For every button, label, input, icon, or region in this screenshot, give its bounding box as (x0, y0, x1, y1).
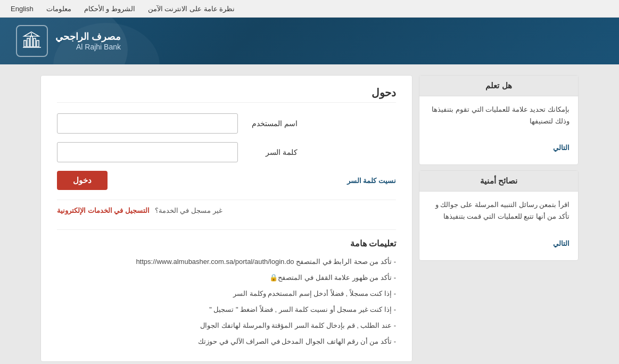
did-you-know-header: هل تعلم (419, 76, 578, 96)
bank-name: مصرف الراجحي Al Rajhi Bank (55, 31, 121, 51)
security-tips-next-link[interactable]: التالي (553, 235, 570, 253)
did-you-know-text: بإمكانك تحديد علامة للعمليات التي تقوم ب… (428, 104, 570, 127)
form-actions: دخول نسيت كلمة السر (57, 171, 396, 190)
username-row: اسم المستخدم (57, 113, 396, 134)
password-row: كلمة السر (57, 142, 396, 162)
bank-icon-box (16, 25, 48, 57)
sidebar: هل تعلم بإمكانك تحديد علامة للعمليات الت… (419, 75, 579, 362)
did-you-know-next-link[interactable]: التالي (553, 139, 570, 157)
nav-terms[interactable]: الشروط و الأحكام (84, 5, 135, 13)
username-input[interactable] (57, 113, 238, 134)
register-row: غير مسجل في الخدمة؟ التسجيل في الخدمات ا… (57, 200, 396, 214)
bank-name-english: Al Rajhi Bank (55, 43, 121, 51)
bank-header: مصرف الراجحي Al Rajhi Bank (0, 18, 619, 64)
svg-rect-1 (27, 38, 29, 47)
instruction-item-2: - إذا كنت مسجلاً , فضلاً أدخل إسم المستخ… (57, 287, 396, 301)
password-label: كلمة السر (244, 148, 298, 156)
instruction-item-5: - تأكد من أن رقم الهاتف الجوال المدخل في… (57, 335, 396, 349)
instruction-item-0: - تأكد من صحة الرابط في المتصفح https://… (57, 255, 396, 269)
bank-name-arabic: مصرف الراجحي (55, 31, 121, 43)
instructions-list: - تأكد من صحة الرابط في المتصفح https://… (57, 255, 396, 349)
svg-rect-4 (37, 40, 39, 47)
login-button[interactable]: دخول (57, 171, 108, 190)
svg-rect-0 (24, 40, 26, 47)
svg-rect-2 (30, 36, 32, 47)
forgot-password-link[interactable]: نسيت كلمة السر (347, 177, 396, 185)
nav-info[interactable]: معلومات (46, 5, 71, 13)
main-panel: دحول اسم المستخدم كلمة السر دخول نسيت كل… (40, 75, 412, 362)
not-registered-label: غير مسجل في الخدمة؟ (155, 206, 222, 214)
instructions-section: تعليمات هامة - تأكد من صحة الرابط في الم… (57, 229, 396, 349)
instructions-title: تعليمات هامة (57, 238, 396, 249)
username-label: اسم المستخدم (244, 119, 298, 128)
nav-internet-overview[interactable]: نظرة عامة على الانترنت الآمن (148, 5, 235, 13)
main-container: هل تعلم بإمكانك تحديد علامة للعمليات الت… (0, 64, 619, 364)
svg-marker-7 (24, 32, 39, 36)
top-navigation: نظرة عامة على الانترنت الآمن الشروط و ال… (0, 0, 619, 18)
bank-logo: مصرف الراجحي Al Rajhi Bank (16, 25, 121, 57)
instruction-item-3: - إذا كنت غير مسجل أو نسيت كلمة السر , ف… (57, 303, 396, 317)
did-you-know-body: بإمكانك تحديد علامة للعمليات التي تقوم ب… (419, 96, 578, 164)
security-tips-header: نصائح أمنية (419, 171, 578, 192)
security-tips-card: نصائح أمنية اقرأ بتمعن رسائل التنبيه الم… (419, 170, 579, 260)
bank-building-icon (22, 31, 42, 51)
svg-rect-3 (34, 38, 36, 47)
instruction-item-1: - تأكد من ظهور علامة القفل في المتصفح🔒 (57, 271, 396, 285)
login-title: دحول (57, 86, 396, 103)
security-tips-text: اقرأ بتمعن رسائل التنبيه المرسلة على جوا… (428, 199, 570, 222)
nav-english[interactable]: English (11, 5, 34, 13)
security-tips-body: اقرأ بتمعن رسائل التنبيه المرسلة على جوا… (419, 192, 578, 260)
instruction-item-4: - عند الطلب , قم بإدخال كلمة السر المؤقت… (57, 319, 396, 333)
password-input[interactable] (57, 142, 238, 162)
did-you-know-card: هل تعلم بإمكانك تحديد علامة للعمليات الت… (419, 75, 579, 165)
register-link[interactable]: التسجيل في الخدمات الإلكترونية (57, 206, 150, 214)
